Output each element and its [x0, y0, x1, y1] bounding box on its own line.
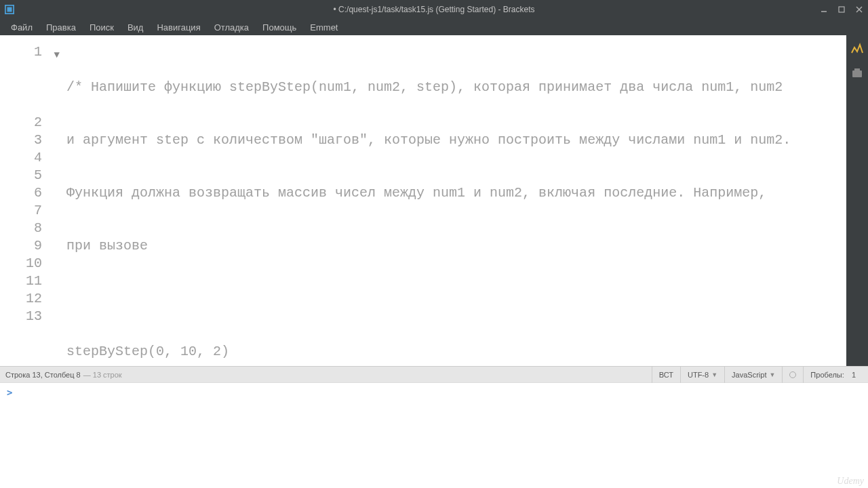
gutter-line: 4: [0, 149, 47, 167]
gutter-line: 9: [0, 237, 47, 255]
line-count: — 13 строк: [83, 371, 122, 379]
menu-view[interactable]: Вид: [121, 20, 151, 35]
main-area: 1▼ 2 3 4 5 6 7 8 9 10 11 12 13 /* Напиши…: [0, 35, 868, 366]
svg-rect-7: [854, 68, 860, 70]
menu-navigate[interactable]: Навигация: [150, 20, 207, 35]
menu-debug[interactable]: Отладка: [208, 20, 256, 35]
spaces-indicator[interactable]: Пробелы: 1: [803, 367, 863, 383]
menu-help[interactable]: Помощь: [256, 20, 303, 35]
gutter-line: 8: [0, 220, 47, 237]
gutter-line: 10: [0, 255, 47, 272]
console-panel[interactable]: >: [0, 382, 868, 488]
encoding-selector[interactable]: UTF-8▼: [680, 367, 724, 383]
window-controls: [815, 1, 868, 18]
statusbar: Строка 13, Столбец 8 — 13 строк ВСТ UTF-…: [0, 366, 868, 382]
gutter-line: 5: [0, 167, 47, 184]
menu-find[interactable]: Поиск: [83, 20, 121, 35]
code-area[interactable]: /* Напишите функцию stepByStep(num1, num…: [47, 35, 846, 366]
cursor-position: Строка 13, Столбец 8: [5, 371, 81, 379]
comment-text: /* Напишите функцию stepByStep(num1, num…: [66, 79, 783, 95]
gutter-line: 13: [0, 308, 47, 325]
app-icon: [4, 4, 15, 15]
gutter: 1▼ 2 3 4 5 6 7 8 9 10 11 12 13: [0, 35, 47, 366]
insert-mode[interactable]: ВСТ: [652, 367, 680, 383]
window-title: • C:/quest-js1/task/task15.js (Getting S…: [334, 5, 535, 14]
minimize-button[interactable]: [815, 1, 833, 18]
menu-edit[interactable]: Правка: [39, 20, 83, 35]
gutter-line: 6: [0, 184, 47, 202]
comment-text: и аргумент step с количеством "шагов", к…: [66, 132, 791, 148]
lint-status[interactable]: [782, 367, 803, 383]
menubar: Файл Правка Поиск Вид Навигация Отладка …: [0, 19, 868, 35]
gutter-line: 1▼: [0, 43, 47, 61]
console-prompt: >: [7, 387, 12, 398]
fold-icon[interactable]: ▼: [54, 46, 60, 64]
extensions-button[interactable]: [849, 65, 865, 81]
chevron-down-icon: ▼: [711, 371, 717, 378]
right-toolbar: [846, 35, 868, 366]
chevron-down-icon: ▼: [769, 371, 775, 378]
menu-emmet[interactable]: Emmet: [303, 20, 344, 35]
status-right: ВСТ UTF-8▼ JavaScript▼ Пробелы: 1: [652, 367, 863, 383]
svg-rect-3: [839, 7, 844, 12]
svg-rect-1: [7, 7, 12, 12]
lint-circle-icon: [789, 371, 796, 378]
close-button[interactable]: [850, 1, 868, 18]
editor[interactable]: 1▼ 2 3 4 5 6 7 8 9 10 11 12 13 /* Напиши…: [0, 35, 846, 366]
comment-text: Функция должна возвращать массив чисел м…: [66, 185, 766, 201]
watermark: Udemy: [837, 476, 864, 487]
gutter-line: 7: [0, 202, 47, 220]
status-cursor-info[interactable]: Строка 13, Столбец 8 — 13 строк: [5, 371, 652, 379]
gutter-line: 2: [0, 114, 47, 131]
titlebar: • C:/quest-js1/task/task15.js (Getting S…: [0, 0, 868, 19]
maximize-button[interactable]: [833, 1, 850, 18]
language-selector[interactable]: JavaScript▼: [724, 367, 782, 383]
gutter-line: 11: [0, 272, 47, 290]
comment-text: stepByStep(0, 10, 2): [66, 344, 229, 359]
gutter-line: 12: [0, 290, 47, 308]
gutter-line: 3: [0, 131, 47, 149]
live-preview-button[interactable]: [849, 41, 865, 57]
comment-text: при вызове: [66, 238, 148, 253]
menu-file[interactable]: Файл: [4, 20, 39, 35]
svg-rect-6: [852, 70, 862, 77]
